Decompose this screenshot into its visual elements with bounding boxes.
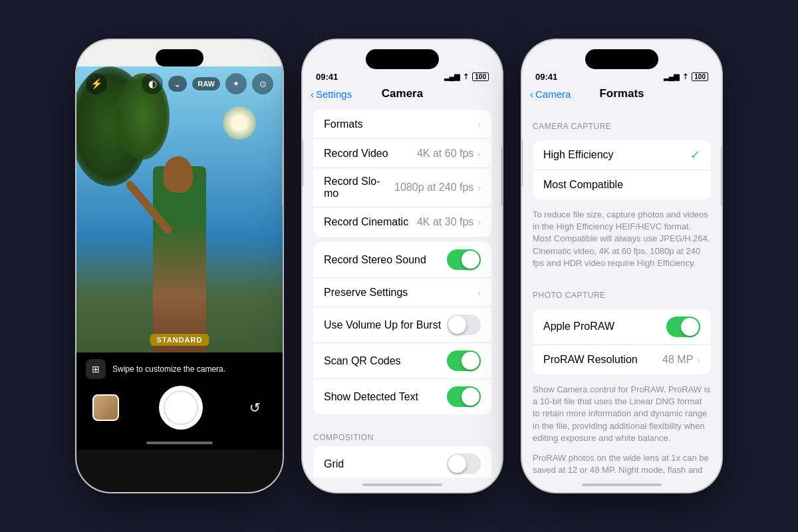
back-label: Settings [316,88,352,100]
photo-style-badge[interactable]: STANDARD [150,334,209,346]
row-stereo-sound[interactable]: Record Stereo Sound [313,242,491,278]
back-button-formats[interactable]: ‹ Camera [530,88,571,100]
battery-icon: 100 [472,72,489,81]
status-bar-3: 09:41 ▂▄▆ ⇡ 100 [522,69,722,82]
camera-top-bar: ⚡ ◐ ⌄ RAW ✦ ⊙ [76,66,283,101]
sound-settings-group: Record Stereo Sound Preserve Settings › … [313,242,491,414]
row-preserve-settings[interactable]: Preserve Settings › [313,278,491,307]
row-apple-proraw[interactable]: Apple ProRAW [533,309,711,345]
row-proraw-resolution[interactable]: ProRAW Resolution 48 MP › [533,345,711,374]
customize-icon: ⊞ [86,359,106,379]
camera-viewfinder: STANDARD [76,66,283,352]
back-button-settings[interactable]: ‹ Settings [311,88,352,100]
row-record-slomo[interactable]: Record Slo-mo 1080p at 240 fps › [313,168,491,207]
raw-toggle[interactable]: RAW [192,77,220,90]
back-arrow-icon: ‹ [311,88,314,100]
camera-hint: ⊞ Swipe to customize the camera. [86,359,273,379]
subject-person [126,120,233,352]
signal-icon-3: ▂▄▆ [664,72,680,81]
camera-capture-group: High Efficiency ✓ Most Compatible [533,140,711,200]
battery-icon-3: 100 [692,72,708,81]
chevron-icon-2: › [477,148,481,159]
phone-settings: 09:41 ▂▄▆ ⇡ 100 ‹ Settings Camera Format… [303,40,502,492]
last-photo-thumbnail[interactable] [92,394,119,421]
row-record-video[interactable]: Record Video 4K at 60 fps › [313,139,491,168]
camera-bottom-controls: ⊞ Swipe to customize the camera. ↺ [76,352,283,436]
record-settings-group: Formats › Record Video 4K at 60 fps › Re… [313,110,491,237]
row-qr-codes[interactable]: Scan QR Codes [313,343,491,379]
row-volume-burst[interactable]: Use Volume Up for Burst [313,307,491,343]
flash-icon[interactable]: ⚡ [86,73,107,94]
proraw-desc: Show Camera control for ProRAW. ProRAW i… [522,380,722,452]
flip-camera-button[interactable]: ↺ [243,396,267,420]
wifi-icon: ⇡ [463,72,469,81]
dynamic-island [156,49,203,66]
back-arrow-icon-3: ‹ [530,88,533,100]
home-indicator [146,442,213,444]
row-grid[interactable]: Grid [313,446,491,477]
composition-header: COMPOSITION [303,420,502,446]
shutter-button[interactable] [159,386,203,430]
formats-list: CAMERA CAPTURE High Efficiency ✓ Most Co… [522,106,722,477]
photo-capture-header-3: PHOTO CAPTURE [522,277,722,304]
chevron-icon: › [477,119,481,130]
stereo-sound-toggle[interactable] [447,249,481,270]
chevron-icon-proraw: › [697,354,700,365]
signal-icon: ▂▄▆ [444,72,460,81]
live-photo-icon[interactable]: ✦ [225,73,247,94]
camera-capture-desc: To reduce file size, capture photos and … [522,205,722,277]
camera-capture-header: CAMERA CAPTURE [522,108,722,135]
row-record-cinematic[interactable]: Record Cinematic 4K at 30 fps › [313,207,491,237]
back-label-3: Camera [535,88,571,100]
person-body [153,166,206,352]
nav-bar-camera: ‹ Settings Camera [303,82,502,106]
nav-title-formats: Formats [599,87,644,100]
person-head [163,156,193,193]
nav-title-camera: Camera [382,87,423,100]
row-high-efficiency[interactable]: High Efficiency ✓ [533,140,711,170]
chevron-icon-5: › [477,287,481,298]
qr-codes-toggle[interactable] [447,350,481,371]
night-mode-icon[interactable]: ◐ [142,73,163,94]
camera-top-center: ◐ ⌄ RAW ✦ ⊙ [142,73,273,94]
photo-capture-group-3: Apple ProRAW ProRAW Resolution 48 MP › [533,309,711,374]
dynamic-island-3 [585,49,658,69]
home-bar-3 [582,483,662,486]
settings-list: Formats › Record Video 4K at 60 fps › Re… [303,106,502,477]
status-time-3: 09:41 [535,72,557,82]
proraw-toggle[interactable] [666,317,700,337]
camera-screen: ⚡ ◐ ⌄ RAW ✦ ⊙ [76,66,283,492]
phone-camera: ⚡ ◐ ⌄ RAW ✦ ⊙ [76,40,283,492]
home-indicator-3 [522,477,722,492]
nav-bar-formats: ‹ Camera Formats [522,82,722,106]
status-time-2: 09:41 [316,72,338,82]
phone-formats: 09:41 ▂▄▆ ⇡ 100 ‹ Camera Formats CAMERA … [522,40,722,492]
row-formats[interactable]: Formats › [313,110,491,139]
grid-toggle[interactable] [447,454,481,474]
checkmark-icon: ✓ [690,148,700,162]
gear-icon[interactable]: ⊙ [252,73,273,94]
status-icons-3: ▂▄▆ ⇡ 100 [664,72,708,81]
chevron-icon-3: › [477,182,481,193]
status-bar-2: 09:41 ▂▄▆ ⇡ 100 [303,69,502,82]
volume-burst-toggle[interactable] [447,315,481,335]
row-most-compatible[interactable]: Most Compatible [533,170,711,200]
home-indicator-2 [303,477,502,492]
phone-bottom-bar [76,436,283,450]
status-icons-2: ▂▄▆ ⇡ 100 [444,72,489,81]
composition-group: Grid Mirror Front Camera View Outside th… [313,446,491,477]
home-bar [362,483,442,486]
dynamic-island-2 [366,49,439,69]
camera-hint-text: Swipe to customize the camera. [112,364,225,374]
detected-text-toggle[interactable] [447,386,481,407]
row-detected-text[interactable]: Show Detected Text [313,379,491,414]
proraw-desc-2: ProRAW photos on the wide lens at 1x can… [522,452,722,477]
chevron-pill[interactable]: ⌄ [168,76,187,92]
wifi-icon-3: ⇡ [682,72,688,81]
camera-shutter-controls: ↺ [86,383,273,432]
chevron-icon-4: › [477,217,481,227]
